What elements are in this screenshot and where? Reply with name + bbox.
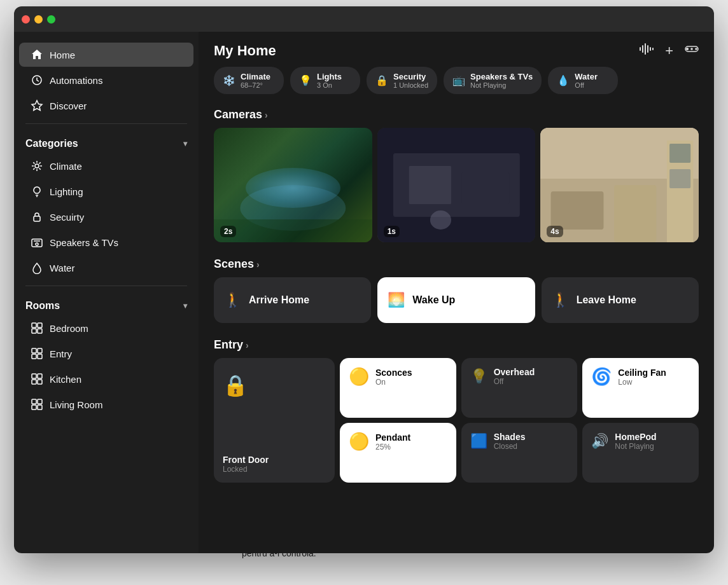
overhead-sub: Off <box>494 377 535 386</box>
security-pill-label: Security <box>393 72 428 81</box>
svg-rect-22 <box>38 348 42 353</box>
entry-sconces[interactable]: 🟡 Sconces On <box>340 358 456 418</box>
shades-label: Shades <box>494 432 526 442</box>
sidebar-item-discover[interactable]: Discover <box>19 93 193 118</box>
svg-rect-26 <box>38 374 42 378</box>
ceiling-fan-sub: Low <box>618 378 666 387</box>
sidebar-item-water[interactable]: Water <box>19 256 193 280</box>
svg-rect-29 <box>32 399 36 404</box>
overhead-label: Overhead <box>494 367 535 377</box>
minimize-button[interactable] <box>34 15 43 24</box>
status-pill-climate[interactable]: ❄️ Climate 68–72° <box>214 67 284 94</box>
pendant-row: 🟡 Pendant 25% <box>349 432 447 451</box>
speakers-icon <box>31 236 43 249</box>
maximize-button[interactable] <box>47 15 55 24</box>
categories-header[interactable]: Categories ▾ <box>14 129 199 153</box>
svg-rect-36 <box>647 45 648 53</box>
sidebar-item-bedroom-label: Bedroom <box>50 323 88 334</box>
svg-rect-25 <box>32 374 36 378</box>
sidebar-item-lighting[interactable]: Lighting <box>19 179 193 203</box>
camera-2[interactable]: 1s <box>377 128 536 242</box>
cameras-grid: 2s 1s <box>199 128 714 252</box>
kitchen-icon <box>31 373 43 385</box>
front-door-label: Front Door <box>223 455 269 465</box>
add-button[interactable]: + <box>665 44 673 58</box>
camera-1-timer: 2s <box>220 226 236 237</box>
front-door-sub: Locked <box>223 465 269 474</box>
sidebar-item-automations[interactable]: Automations <box>19 68 193 92</box>
scene-arrive-home[interactable]: 🚶 Arrive Home <box>214 277 371 323</box>
sidebar-item-automations-label: Automations <box>50 75 102 86</box>
svg-rect-48 <box>409 166 451 204</box>
speakers-pill-label: Speakers & TVs <box>470 72 533 81</box>
entry-section-header[interactable]: Entry › <box>199 333 714 358</box>
rooms-header[interactable]: Rooms ▾ <box>14 291 199 315</box>
homepod-sub: Not Playing <box>615 442 656 451</box>
pendant-icon: 🟡 <box>349 432 369 451</box>
status-pill-security[interactable]: 🔒 Security 1 Unlocked <box>367 67 437 94</box>
security-pill-text: Security 1 Unlocked <box>393 72 428 89</box>
camera-1[interactable]: 2s <box>214 128 372 242</box>
sidebar-divider-2 <box>25 286 187 286</box>
categories-chevron: ▾ <box>183 139 187 148</box>
entry-pendant[interactable]: 🟡 Pendant 25% <box>340 423 456 483</box>
security-pill-sub: 1 Unlocked <box>393 81 428 89</box>
sidebar-item-entry[interactable]: Entry <box>19 341 193 366</box>
content-area: My Home + ❄️ <box>199 32 714 553</box>
scene-wake-up[interactable]: 🌅 Wake Up <box>377 277 535 323</box>
svg-rect-32 <box>38 405 42 410</box>
overhead-row: 💡 Overhead Off <box>470 367 569 386</box>
svg-rect-31 <box>32 405 36 410</box>
svg-line-7 <box>33 162 34 163</box>
status-pill-speakers[interactable]: 📺 Speakers & TVs Not Playing <box>444 67 542 94</box>
camera-3-timer: 4s <box>547 226 563 237</box>
status-pills: ❄️ Climate 68–72° 💡 Lights 3 On <box>199 67 714 103</box>
titlebar <box>14 6 714 32</box>
sidebar-item-speakers[interactable]: Speakers & TVs <box>19 230 193 254</box>
close-button[interactable] <box>22 15 30 24</box>
pendant-text: Pendant 25% <box>375 432 410 451</box>
sidebar-item-entry-label: Entry <box>50 348 72 359</box>
sidebar-item-kitchen-label: Kitchen <box>50 374 81 385</box>
entry-ceiling-fan[interactable]: 🌀 Ceiling Fan Low <box>582 358 699 418</box>
entry-front-door[interactable]: 🔒 Front Door Locked <box>214 358 335 483</box>
wake-up-label: Wake Up <box>412 294 455 306</box>
sidebar-item-climate-label: Climate <box>50 161 82 172</box>
sidebar: Home Automations Discover Categorie <box>14 32 199 553</box>
cameras-section-header[interactable]: Cameras › <box>199 103 714 128</box>
svg-rect-19 <box>32 329 36 333</box>
svg-rect-38 <box>652 48 654 50</box>
scene-leave-home[interactable]: 🚶 Leave Home <box>542 277 699 323</box>
wake-up-icon: 🌅 <box>388 292 405 308</box>
page-wrapper: Categorii Faceți clic pe un accesoriu pe… <box>0 0 728 585</box>
scenes-arrow: › <box>256 259 260 270</box>
camera-3[interactable]: 4s <box>540 128 699 242</box>
sidebar-item-living-room[interactable]: Living Room <box>19 392 193 416</box>
living-room-icon <box>31 398 43 411</box>
entry-overhead[interactable]: 💡 Overhead Off <box>461 358 578 418</box>
scenes-section-header[interactable]: Scenes › <box>199 252 714 277</box>
front-door-icon: 🔒 <box>223 367 248 397</box>
camera-2-timer: 1s <box>384 226 400 237</box>
svg-rect-17 <box>32 323 36 327</box>
entry-shades[interactable]: 🟦 Shades Closed <box>461 423 578 483</box>
status-pill-water[interactable]: 💧 Water Off <box>548 67 618 94</box>
sidebar-item-home[interactable]: Home <box>19 43 193 67</box>
svg-line-8 <box>39 169 41 170</box>
shades-text: Shades Closed <box>494 432 526 451</box>
sidebar-item-bedroom[interactable]: Bedroom <box>19 316 193 340</box>
svg-rect-30 <box>38 399 42 404</box>
waveform-button[interactable] <box>640 43 654 58</box>
leave-home-icon: 🚶 <box>552 292 569 308</box>
more-button[interactable] <box>685 42 699 59</box>
svg-rect-37 <box>650 47 651 51</box>
lights-pill-sub: 3 On <box>317 81 342 89</box>
entry-homepod[interactable]: 🔊 HomePod Not Playing <box>582 423 699 483</box>
sidebar-item-kitchen[interactable]: Kitchen <box>19 367 193 391</box>
sidebar-item-security[interactable]: Secuirty <box>19 205 193 229</box>
status-pill-lights[interactable]: 💡 Lights 3 On <box>290 67 360 94</box>
sidebar-item-climate[interactable]: Climate <box>19 154 193 178</box>
automations-icon <box>31 74 43 86</box>
svg-point-15 <box>36 243 38 245</box>
sconces-row: 🟡 Sconces On <box>349 367 447 387</box>
